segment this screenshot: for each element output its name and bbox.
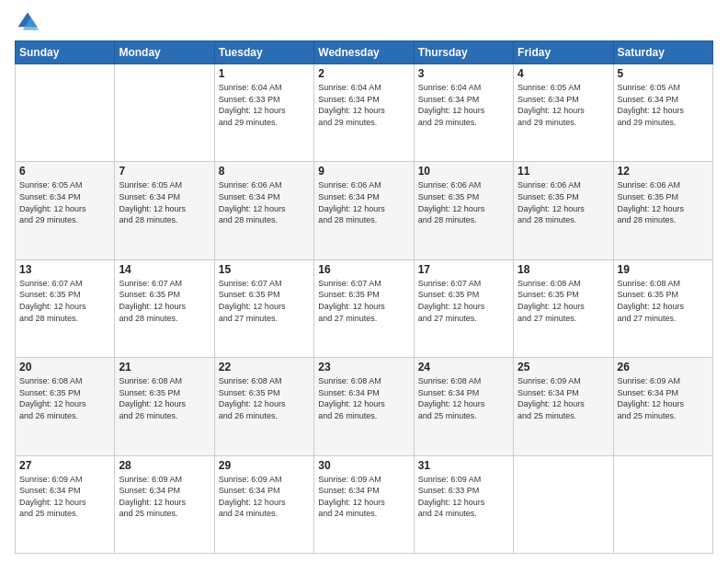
day-number: 10 [418,165,509,178]
day-info: Sunrise: 6:05 AM Sunset: 6:34 PM Dayligh… [518,82,609,128]
day-info: Sunrise: 6:06 AM Sunset: 6:35 PM Dayligh… [618,179,709,225]
calendar-header-day: Monday [115,41,214,64]
calendar-week-row: 13Sunrise: 6:07 AM Sunset: 6:35 PM Dayli… [16,259,713,357]
calendar-day-cell [613,455,712,553]
day-info: Sunrise: 6:06 AM Sunset: 6:34 PM Dayligh… [219,179,310,225]
day-number: 27 [19,459,110,472]
calendar-day-cell: 5Sunrise: 6:05 AM Sunset: 6:34 PM Daylig… [613,64,712,162]
calendar-day-cell: 29Sunrise: 6:09 AM Sunset: 6:34 PM Dayli… [214,455,313,553]
day-info: Sunrise: 6:08 AM Sunset: 6:35 PM Dayligh… [119,375,210,421]
day-info: Sunrise: 6:09 AM Sunset: 6:34 PM Dayligh… [219,474,310,520]
day-info: Sunrise: 6:06 AM Sunset: 6:34 PM Dayligh… [318,179,409,225]
day-info: Sunrise: 6:07 AM Sunset: 6:35 PM Dayligh… [219,278,310,324]
day-info: Sunrise: 6:07 AM Sunset: 6:35 PM Dayligh… [318,278,409,324]
day-info: Sunrise: 6:09 AM Sunset: 6:34 PM Dayligh… [318,474,409,520]
calendar-day-cell: 6Sunrise: 6:05 AM Sunset: 6:34 PM Daylig… [16,162,115,259]
day-number: 5 [618,67,709,80]
day-info: Sunrise: 6:09 AM Sunset: 6:33 PM Dayligh… [418,474,509,520]
calendar-table: SundayMondayTuesdayWednesdayThursdayFrid… [15,40,713,554]
calendar-header-day: Wednesday [314,41,414,64]
day-number: 3 [418,67,509,80]
day-number: 18 [518,263,609,276]
calendar-day-cell: 8Sunrise: 6:06 AM Sunset: 6:34 PM Daylig… [214,162,313,259]
day-number: 1 [219,67,310,80]
logo-icon [15,9,40,35]
day-number: 15 [219,263,310,276]
calendar-day-cell: 23Sunrise: 6:08 AM Sunset: 6:34 PM Dayli… [314,358,414,455]
day-number: 6 [19,165,110,178]
calendar-day-cell: 10Sunrise: 6:06 AM Sunset: 6:35 PM Dayli… [414,162,513,259]
calendar-day-cell: 25Sunrise: 6:09 AM Sunset: 6:34 PM Dayli… [514,358,613,455]
day-info: Sunrise: 6:08 AM Sunset: 6:35 PM Dayligh… [618,278,709,324]
calendar-day-cell: 9Sunrise: 6:06 AM Sunset: 6:34 PM Daylig… [314,162,414,259]
day-number: 19 [618,263,709,276]
day-info: Sunrise: 6:08 AM Sunset: 6:35 PM Dayligh… [518,278,609,324]
day-info: Sunrise: 6:05 AM Sunset: 6:34 PM Dayligh… [119,179,210,225]
calendar-day-cell: 4Sunrise: 6:05 AM Sunset: 6:34 PM Daylig… [514,64,613,162]
day-number: 16 [318,263,409,276]
calendar-header-day: Saturday [613,41,712,64]
calendar-header-day: Tuesday [214,41,313,64]
calendar-day-cell: 30Sunrise: 6:09 AM Sunset: 6:34 PM Dayli… [314,455,414,553]
day-number: 31 [418,459,509,472]
logo [15,9,44,35]
day-number: 26 [618,361,709,373]
calendar-week-row: 1Sunrise: 6:04 AM Sunset: 6:33 PM Daylig… [16,64,713,162]
header [15,9,713,35]
day-number: 8 [219,165,310,178]
calendar-day-cell: 17Sunrise: 6:07 AM Sunset: 6:35 PM Dayli… [414,259,513,357]
calendar-day-cell: 7Sunrise: 6:05 AM Sunset: 6:34 PM Daylig… [115,162,214,259]
day-info: Sunrise: 6:04 AM Sunset: 6:34 PM Dayligh… [418,82,509,128]
calendar-header-day: Thursday [414,41,513,64]
day-number: 9 [318,165,409,178]
calendar-header-day: Friday [514,41,613,64]
day-info: Sunrise: 6:09 AM Sunset: 6:34 PM Dayligh… [19,474,110,520]
day-info: Sunrise: 6:04 AM Sunset: 6:34 PM Dayligh… [318,82,409,128]
calendar-day-cell: 12Sunrise: 6:06 AM Sunset: 6:35 PM Dayli… [613,162,712,259]
day-number: 2 [318,67,409,80]
day-number: 7 [119,165,210,178]
day-info: Sunrise: 6:08 AM Sunset: 6:35 PM Dayligh… [19,375,110,421]
calendar-day-cell: 27Sunrise: 6:09 AM Sunset: 6:34 PM Dayli… [16,455,115,553]
day-number: 11 [518,165,609,178]
calendar-day-cell: 14Sunrise: 6:07 AM Sunset: 6:35 PM Dayli… [115,259,214,357]
calendar-day-cell: 20Sunrise: 6:08 AM Sunset: 6:35 PM Dayli… [16,358,115,455]
day-number: 23 [318,361,409,373]
calendar-day-cell: 19Sunrise: 6:08 AM Sunset: 6:35 PM Dayli… [613,259,712,357]
day-info: Sunrise: 6:09 AM Sunset: 6:34 PM Dayligh… [518,375,609,421]
day-info: Sunrise: 6:04 AM Sunset: 6:33 PM Dayligh… [219,82,310,128]
calendar-day-cell: 18Sunrise: 6:08 AM Sunset: 6:35 PM Dayli… [514,259,613,357]
day-number: 22 [219,361,310,373]
day-info: Sunrise: 6:08 AM Sunset: 6:35 PM Dayligh… [219,375,310,421]
day-number: 30 [318,459,409,472]
calendar-day-cell: 11Sunrise: 6:06 AM Sunset: 6:35 PM Dayli… [514,162,613,259]
day-number: 17 [418,263,509,276]
day-info: Sunrise: 6:06 AM Sunset: 6:35 PM Dayligh… [418,179,509,225]
calendar-header-day: Sunday [16,41,115,64]
day-number: 12 [618,165,709,178]
calendar-day-cell: 26Sunrise: 6:09 AM Sunset: 6:34 PM Dayli… [613,358,712,455]
calendar-header-row: SundayMondayTuesdayWednesdayThursdayFrid… [16,41,713,64]
calendar-day-cell: 13Sunrise: 6:07 AM Sunset: 6:35 PM Dayli… [16,259,115,357]
day-number: 28 [119,459,210,472]
day-number: 29 [219,459,310,472]
day-number: 20 [19,361,110,373]
calendar-day-cell: 2Sunrise: 6:04 AM Sunset: 6:34 PM Daylig… [314,64,414,162]
calendar-day-cell: 3Sunrise: 6:04 AM Sunset: 6:34 PM Daylig… [414,64,513,162]
day-info: Sunrise: 6:08 AM Sunset: 6:34 PM Dayligh… [418,375,509,421]
day-info: Sunrise: 6:09 AM Sunset: 6:34 PM Dayligh… [119,474,210,520]
day-info: Sunrise: 6:09 AM Sunset: 6:34 PM Dayligh… [618,375,709,421]
calendar-day-cell: 1Sunrise: 6:04 AM Sunset: 6:33 PM Daylig… [214,64,313,162]
calendar-day-cell: 31Sunrise: 6:09 AM Sunset: 6:33 PM Dayli… [414,455,513,553]
day-info: Sunrise: 6:07 AM Sunset: 6:35 PM Dayligh… [19,278,110,324]
calendar-day-cell [16,64,115,162]
day-info: Sunrise: 6:08 AM Sunset: 6:34 PM Dayligh… [318,375,409,421]
calendar-day-cell [514,455,613,553]
calendar-day-cell: 21Sunrise: 6:08 AM Sunset: 6:35 PM Dayli… [115,358,214,455]
calendar-week-row: 6Sunrise: 6:05 AM Sunset: 6:34 PM Daylig… [16,162,713,259]
day-info: Sunrise: 6:05 AM Sunset: 6:34 PM Dayligh… [618,82,709,128]
calendar-day-cell: 15Sunrise: 6:07 AM Sunset: 6:35 PM Dayli… [214,259,313,357]
calendar-day-cell: 16Sunrise: 6:07 AM Sunset: 6:35 PM Dayli… [314,259,414,357]
calendar-day-cell: 28Sunrise: 6:09 AM Sunset: 6:34 PM Dayli… [115,455,214,553]
day-number: 21 [119,361,210,373]
